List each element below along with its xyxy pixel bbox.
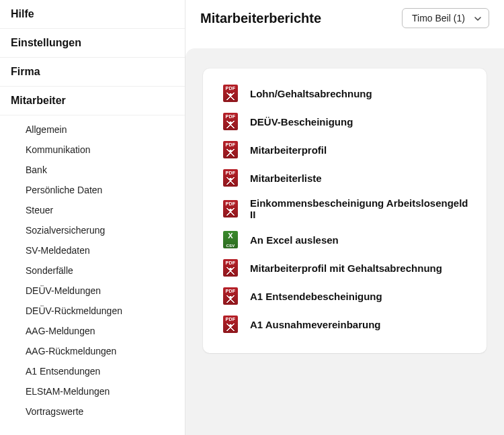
nav-sub-item-allgemein[interactable]: Allgemein (0, 119, 185, 140)
pdf-icon (223, 169, 238, 187)
nav-sub-item-a1-entsendungen[interactable]: A1 Entsendungen (0, 361, 185, 381)
page-title: Mitarbeiterberichte (200, 11, 321, 26)
nav-sub-item-sozialversicherung[interactable]: Sozialversicherung (0, 220, 185, 240)
sidebar: Hilfe Einstellungen Firma Mitarbeiter Al… (0, 0, 185, 435)
nav-sub-list-mitarbeiter: Allgemein Kommunikation Bank Persönliche… (0, 115, 185, 428)
main-body: Lohn/Gehaltsabrechnung DEÜV-Bescheinigun… (185, 48, 504, 435)
report-an-excel-auslesen[interactable]: An Excel auslesen (223, 226, 470, 254)
report-mitarbeiterprofil-mit-gehaltsabrechnung[interactable]: Mitarbeiterprofil mit Gehaltsabrechnung (223, 254, 470, 282)
main: Mitarbeiterberichte Timo Beil (1) Lohn/G… (185, 0, 504, 435)
employee-picker[interactable]: Timo Beil (1) (402, 8, 489, 28)
nav-sub-item-elstam-meldungen[interactable]: ELStAM-Meldungen (0, 381, 185, 401)
nav-sub-item-deuev-rueckmeldungen[interactable]: DEÜV-Rückmeldungen (0, 301, 185, 321)
nav-item-hilfe[interactable]: Hilfe (0, 0, 185, 29)
employee-picker-value: Timo Beil (1) (412, 13, 465, 23)
pdf-icon (223, 85, 238, 102)
report-label: A1 Ausnahmevereinbarung (250, 319, 381, 330)
nav-sub-item-steuer[interactable]: Steuer (0, 200, 185, 220)
main-header: Mitarbeiterberichte Timo Beil (1) (185, 0, 504, 36)
nav-sub-item-aag-meldungen[interactable]: AAG-Meldungen (0, 321, 185, 341)
report-mitarbeiterliste[interactable]: Mitarbeiterliste (223, 164, 470, 192)
nav-item-mitarbeiter[interactable]: Mitarbeiter (0, 87, 185, 115)
report-einkommensbescheinigung-alg2[interactable]: Einkommensbescheinigung Arbeitslosengeld… (223, 192, 470, 226)
pdf-icon (223, 316, 238, 333)
pdf-icon (223, 141, 238, 158)
nav-sub-item-bank[interactable]: Bank (0, 160, 185, 180)
nav-sub-item-sv-meldedaten[interactable]: SV-Meldedaten (0, 240, 185, 260)
nav-item-firma[interactable]: Firma (0, 58, 185, 87)
report-a1-ausnahmevereinbarung[interactable]: A1 Ausnahmevereinbarung (223, 310, 470, 338)
pdf-icon (223, 259, 238, 277)
nav-sub-item-aag-rueckmeldungen[interactable]: AAG-Rückmeldungen (0, 341, 185, 361)
pdf-icon (223, 200, 238, 218)
nav-sub-item-kommunikation[interactable]: Kommunikation (0, 140, 185, 160)
nav-item-einstellungen[interactable]: Einstellungen (0, 29, 185, 58)
report-label: Mitarbeiterprofil mit Gehaltsabrechnung (250, 262, 442, 274)
nav-sub-item-vortragswerte[interactable]: Vortragswerte (0, 401, 185, 422)
report-label: Mitarbeiterprofil (250, 144, 327, 156)
pdf-icon (223, 287, 238, 305)
nav-sub-item-sonderfaelle[interactable]: Sonderfälle (0, 260, 185, 281)
chevron-down-icon (474, 14, 482, 22)
reports-card: Lohn/Gehaltsabrechnung DEÜV-Bescheinigun… (203, 68, 487, 353)
report-label: DEÜV-Bescheinigung (250, 116, 353, 128)
pdf-icon (223, 113, 238, 130)
report-label: A1 Entsendebescheinigung (250, 291, 382, 302)
nav-sub-item-deuev-meldungen[interactable]: DEÜV-Meldungen (0, 281, 185, 301)
report-deuev-bescheinigung[interactable]: DEÜV-Bescheinigung (223, 107, 470, 136)
report-label: Mitarbeiterliste (250, 173, 322, 184)
report-label: An Excel auslesen (250, 234, 339, 246)
nav-sub-item-persoenliche-daten[interactable]: Persönliche Daten (0, 180, 185, 200)
report-label: Einkommensbescheinigung Arbeitslosengeld… (250, 197, 470, 220)
excel-csv-icon (223, 231, 238, 248)
report-mitarbeiterprofil[interactable]: Mitarbeiterprofil (223, 136, 470, 164)
report-lohn-gehaltsabrechnung[interactable]: Lohn/Gehaltsabrechnung (223, 79, 470, 107)
report-a1-entsendebescheinigung[interactable]: A1 Entsendebescheinigung (223, 282, 470, 310)
report-label: Lohn/Gehaltsabrechnung (250, 88, 372, 99)
